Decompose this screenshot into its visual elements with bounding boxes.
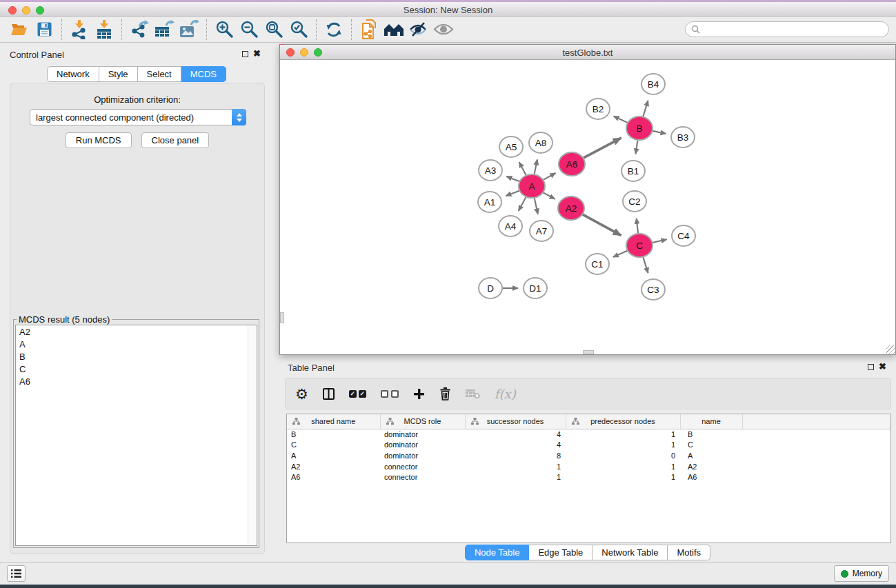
table-row[interactable]: A2connector11A2: [287, 461, 890, 472]
close-panel-icon[interactable]: ✖: [253, 48, 261, 59]
table-row[interactable]: Bdominator41B: [287, 429, 890, 440]
float-panel-icon[interactable]: [242, 51, 248, 57]
tab-select[interactable]: Select: [138, 66, 181, 82]
node-B2[interactable]: B2: [586, 99, 610, 119]
float-panel-icon[interactable]: [868, 364, 874, 370]
tab-motifs[interactable]: Motifs: [668, 545, 710, 560]
zoom-out-icon[interactable]: [237, 19, 261, 41]
column-header-MCDS-role[interactable]: MCDS role: [380, 414, 465, 429]
tab-network-table[interactable]: Network Table: [593, 545, 668, 560]
vertical-scroll-thumb[interactable]: [280, 312, 284, 323]
node-B[interactable]: B: [626, 116, 653, 140]
column-header-name[interactable]: name: [680, 414, 742, 429]
mcds-result-item[interactable]: B: [16, 350, 257, 363]
tab-style[interactable]: Style: [99, 66, 138, 82]
run-mcds-button[interactable]: Run MCDS: [66, 132, 132, 148]
close-panel-icon[interactable]: ✖: [879, 361, 886, 372]
edge-C-C2[interactable]: [637, 219, 638, 233]
zoom-in-icon[interactable]: [212, 19, 237, 41]
mcds-result-item[interactable]: A2: [16, 325, 257, 338]
edge-C-C1[interactable]: [613, 250, 628, 257]
edge-B-B4[interactable]: [643, 101, 648, 116]
resize-grip-icon[interactable]: [886, 345, 895, 354]
edge-A-A4[interactable]: [519, 197, 526, 211]
node-A4[interactable]: A4: [499, 216, 522, 236]
tab-edge-table[interactable]: Edge Table: [529, 545, 593, 560]
node-C[interactable]: C: [626, 234, 653, 257]
network-window-titlebar[interactable]: testGlobe.txt: [280, 45, 895, 60]
export-network-icon[interactable]: [127, 19, 152, 41]
edge-A-A1[interactable]: [506, 190, 520, 196]
import-network-icon[interactable]: [67, 19, 92, 41]
add-column-icon[interactable]: [413, 388, 425, 400]
edge-A-A2[interactable]: [543, 192, 555, 199]
edge-B-B1[interactable]: [636, 141, 638, 154]
node-A3[interactable]: A3: [479, 160, 502, 181]
refresh-icon[interactable]: [321, 19, 346, 41]
horizontal-scroll-thumb[interactable]: [583, 350, 594, 354]
column-visibility-icon[interactable]: [323, 388, 335, 400]
node-D[interactable]: D: [479, 278, 502, 298]
edge-A-A8[interactable]: [535, 159, 537, 174]
edge-A-A7[interactable]: [535, 199, 538, 214]
table-row[interactable]: A6connector11A6: [287, 472, 890, 483]
home-icon[interactable]: [381, 19, 406, 41]
import-table-icon[interactable]: [92, 19, 117, 41]
edge-B-B2[interactable]: [614, 116, 628, 123]
column-header-successor-nodes[interactable]: successor nodes: [465, 414, 566, 429]
tab-node-table[interactable]: Node Table: [465, 545, 530, 560]
node-A2[interactable]: A2: [558, 196, 584, 220]
new-network-from-selection-icon[interactable]: [357, 19, 381, 41]
network-canvas[interactable]: B4B2BB3A5A8A6B1A3AA1C2A2A4A7C4CC1C3DD1: [280, 60, 895, 354]
column-header-shared-name[interactable]: shared name: [287, 414, 380, 429]
eye-icon[interactable]: [431, 19, 456, 41]
table-settings-icon[interactable]: ⚙: [295, 387, 308, 401]
node-table[interactable]: shared nameMCDS rolesuccessor nodesprede…: [286, 414, 891, 543]
mcds-result-item[interactable]: C: [16, 363, 257, 375]
edge-C-C4[interactable]: [652, 239, 667, 243]
table-row[interactable]: Adominator80A: [287, 450, 890, 461]
node-B1[interactable]: B1: [621, 161, 645, 181]
edge-A2-C[interactable]: [582, 214, 621, 236]
node-C2[interactable]: C2: [623, 191, 646, 212]
table-row[interactable]: Cdominator41C: [287, 440, 890, 451]
node-A[interactable]: A: [519, 174, 545, 198]
edge-A-A5[interactable]: [519, 162, 526, 175]
mcds-result-item[interactable]: A: [16, 338, 257, 350]
node-B4[interactable]: B4: [641, 74, 665, 94]
deselect-all-icon[interactable]: [381, 390, 399, 398]
node-A5[interactable]: A5: [499, 136, 523, 157]
mcds-result-item[interactable]: A6: [16, 375, 257, 387]
save-session-icon[interactable]: [32, 19, 57, 41]
select-all-icon[interactable]: ✓✓: [349, 390, 366, 398]
node-A1[interactable]: A1: [478, 192, 501, 212]
mcds-result-list[interactable]: A2ABCA6: [15, 325, 257, 546]
export-table-icon[interactable]: [152, 19, 177, 41]
node-C3[interactable]: C3: [641, 279, 665, 300]
edge-C-C3[interactable]: [643, 257, 648, 273]
tab-network[interactable]: Network: [47, 66, 99, 82]
node-A7[interactable]: A7: [530, 221, 553, 241]
column-header-predecessor-nodes[interactable]: predecessor nodes: [566, 414, 680, 429]
node-D1[interactable]: D1: [524, 278, 547, 298]
close-panel-button[interactable]: Close panel: [141, 132, 210, 148]
node-A8[interactable]: A8: [529, 132, 552, 153]
edge-B-B3[interactable]: [652, 131, 666, 134]
hide-details-icon[interactable]: [406, 19, 431, 41]
tab-mcds[interactable]: MCDS: [181, 66, 226, 82]
edge-A-A3[interactable]: [506, 176, 520, 182]
delete-column-icon[interactable]: [439, 387, 451, 401]
export-image-icon[interactable]: [177, 19, 201, 41]
node-B3[interactable]: B3: [671, 127, 695, 148]
node-C4[interactable]: C4: [672, 225, 695, 246]
memory-button[interactable]: Memory: [834, 565, 889, 582]
criterion-select[interactable]: largest connected component (directed): [30, 109, 246, 125]
node-C1[interactable]: C1: [586, 254, 609, 274]
node-A6[interactable]: A6: [559, 152, 585, 176]
open-session-icon[interactable]: [7, 19, 32, 41]
zoom-selected-icon[interactable]: [286, 19, 311, 41]
zoom-fit-icon[interactable]: [261, 19, 286, 41]
search-input[interactable]: [685, 21, 889, 37]
result-list-scrollbar[interactable]: [248, 325, 257, 545]
edge-A6-B[interactable]: [583, 138, 621, 159]
